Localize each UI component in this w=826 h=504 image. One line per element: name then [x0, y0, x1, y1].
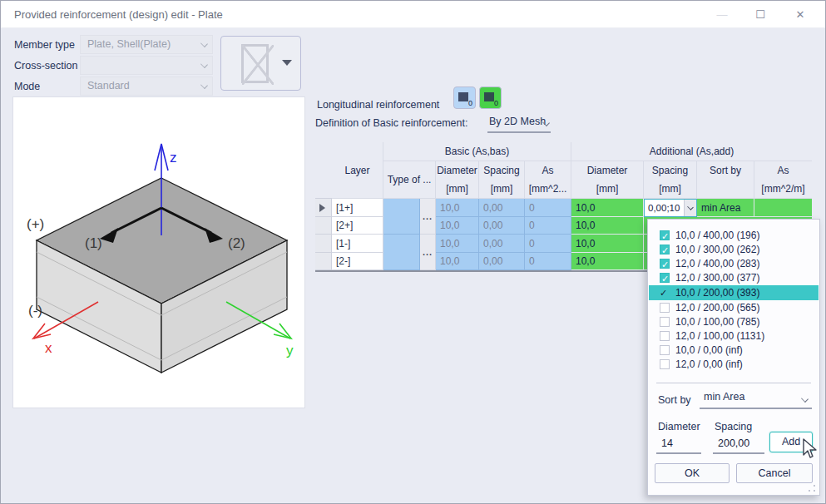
basic-as-cell[interactable]: 0	[525, 217, 571, 235]
cancel-button[interactable]: Cancel	[736, 463, 813, 483]
row-selector[interactable]	[315, 235, 332, 253]
item-label: 12,0 / 0,00 (inf)	[675, 358, 743, 370]
row-selector[interactable]	[315, 217, 332, 235]
additional-reinforcement-grid-button[interactable]: 0	[479, 86, 502, 109]
basic-reinforcement-grid-button[interactable]: 0	[453, 86, 476, 109]
column-header-layer[interactable]: Layer	[332, 142, 383, 199]
add-diameter-cell[interactable]: 10,0	[571, 235, 644, 253]
ok-button[interactable]: OK	[655, 463, 730, 483]
resize-grip[interactable]	[808, 484, 816, 492]
column-header-add-spacing[interactable]: Spacing	[644, 161, 697, 180]
member-type-label: Member type	[14, 39, 75, 51]
row-selector[interactable]	[315, 199, 332, 217]
layer-cell[interactable]: [2-]	[332, 253, 383, 270]
dropdown-item[interactable]: ✓10,0 / 400,00 (196)	[649, 228, 819, 243]
grid-count: 0	[468, 99, 472, 107]
definition-select[interactable]: By 2D Mesh	[487, 116, 551, 133]
basic-spacing-cell[interactable]: 0,00	[479, 199, 525, 217]
layer-cell[interactable]: [1+]	[332, 199, 383, 217]
chevron-down-icon	[200, 40, 208, 47]
column-header-basic-as[interactable]: As	[525, 161, 571, 180]
maximize-icon[interactable]: ☐	[748, 6, 773, 24]
mode-label: Mode	[14, 81, 40, 92]
panel-sort-by-select[interactable]: min Area	[700, 391, 812, 409]
dropdown-item[interactable]: 12,0 / 0,00 (inf)	[649, 357, 819, 372]
combobox-arrow-icon[interactable]	[684, 200, 696, 216]
divider	[656, 383, 811, 383]
column-header-basic-diameter[interactable]: Diameter	[436, 161, 479, 180]
basic-as-cell[interactable]: 0	[525, 235, 571, 253]
checkbox-unchecked-icon[interactable]	[660, 317, 670, 327]
panel-diameter-label: Diameter	[658, 421, 700, 432]
basic-spacing-cell[interactable]: 0,00	[479, 253, 525, 270]
dropdown-item[interactable]: ✓12,0 / 300,00 (377)	[649, 270, 819, 285]
layer-cell[interactable]: [2+]	[332, 217, 383, 235]
checkbox-unchecked-icon[interactable]	[660, 359, 670, 369]
basic-diameter-cell[interactable]: 10,0	[436, 253, 479, 270]
column-header-sort-by[interactable]: Sort by	[697, 161, 754, 180]
row-selector[interactable]	[315, 253, 332, 270]
dropdown-item[interactable]: 10,0 / 0,00 (inf)	[649, 343, 819, 358]
mode-select[interactable]: Standard	[80, 77, 213, 96]
plate-preview-panel: z (1) (2) (+) (-) x y	[12, 96, 305, 408]
column-header-add-diameter[interactable]: Diameter	[571, 161, 644, 180]
dropdown-item[interactable]: ✓10,0 / 300,00 (262)	[649, 242, 819, 257]
dropdown-item[interactable]: 12,0 / 200,00 (565)	[649, 300, 819, 315]
spacing-input[interactable]: 200,00	[713, 437, 764, 454]
type-of-cell[interactable]	[383, 199, 420, 235]
checkbox-checked-icon[interactable]: ✓	[660, 273, 670, 283]
x-axis-label: x	[45, 340, 52, 356]
basic-as-cell[interactable]: 0	[525, 199, 571, 217]
current-row-arrow-icon	[319, 204, 325, 212]
dropdown-item[interactable]: ✓12,0 / 400,00 (283)	[649, 256, 819, 271]
add-diameter-cell[interactable]: 10,0	[571, 199, 644, 217]
add-diameter-cell[interactable]: 10,0	[571, 217, 644, 235]
diameter-input[interactable]: 14	[656, 437, 701, 454]
cross-section-label: Cross-section	[14, 60, 77, 72]
member-type-select[interactable]: Plate, Shell(Plate)	[80, 35, 213, 54]
grid-icon	[458, 92, 468, 101]
check-icon: ✓	[660, 285, 675, 300]
checkbox-checked-icon[interactable]: ✓	[660, 230, 670, 240]
cross-section-preview-button[interactable]	[220, 36, 301, 91]
panel-sort-by-label: Sort by	[658, 394, 691, 406]
item-label: 10,0 / 300,00 (262)	[675, 244, 759, 255]
type-of-ellipsis-button[interactable]: ...	[420, 235, 436, 270]
cross-section-select[interactable]	[80, 56, 213, 75]
column-header-basic-spacing[interactable]: Spacing	[479, 161, 525, 180]
basic-diameter-cell[interactable]: 10,0	[436, 199, 479, 217]
checkbox-unchecked-icon[interactable]	[660, 303, 670, 313]
grid-count: 0	[494, 99, 498, 107]
dropdown-item[interactable]: 12,0 / 100,00 (1131)	[649, 329, 819, 343]
dropdown-item-highlighted[interactable]: ✓10,0 / 200,00 (393)	[649, 285, 819, 300]
checkbox-unchecked-icon[interactable]	[660, 331, 670, 341]
type-of-ellipsis-button[interactable]: ...	[420, 199, 436, 235]
column-header-add-as[interactable]: As	[754, 161, 812, 180]
basic-as-cell[interactable]: 0	[525, 253, 571, 270]
unit-basic-spacing: [mm]	[479, 180, 525, 199]
add-as-cell[interactable]	[754, 199, 812, 217]
type-of-cell[interactable]	[383, 235, 420, 270]
checkbox-unchecked-icon[interactable]	[660, 345, 670, 355]
chevron-down-icon	[801, 395, 809, 403]
sort-by-cell[interactable]: min Area	[697, 199, 754, 217]
close-icon[interactable]: ✕	[788, 6, 813, 24]
basic-diameter-cell[interactable]: 10,0	[436, 217, 479, 235]
column-header-type-of[interactable]: Type of ...	[383, 161, 436, 199]
dropdown-arrow-icon[interactable]	[282, 60, 292, 66]
checkbox-checked-icon[interactable]: ✓	[660, 245, 670, 254]
basic-diameter-cell[interactable]: 10,0	[436, 235, 479, 253]
title-bar: Provided reinforcement (design) edit - P…	[1, 1, 825, 28]
z-axis-label: z	[170, 150, 177, 166]
positive-surface-label: (+)	[27, 216, 44, 232]
add-diameter-cell[interactable]: 10,0	[571, 253, 644, 270]
basic-spacing-cell[interactable]: 0,00	[479, 235, 525, 253]
layer-cell[interactable]: [1-]	[332, 235, 383, 253]
add-spacing-combobox[interactable]: 0,00;10	[644, 199, 697, 217]
plate-3d-drawing: z (1) (2) (+) (-) x y	[13, 97, 304, 408]
direction-2-label: (2)	[228, 235, 245, 251]
checkbox-checked-icon[interactable]: ✓	[660, 259, 670, 269]
basic-spacing-cell[interactable]: 0,00	[479, 217, 525, 235]
item-label: 10,0 / 400,00 (196)	[675, 230, 759, 241]
dropdown-item[interactable]: 10,0 / 100,00 (785)	[649, 314, 819, 329]
